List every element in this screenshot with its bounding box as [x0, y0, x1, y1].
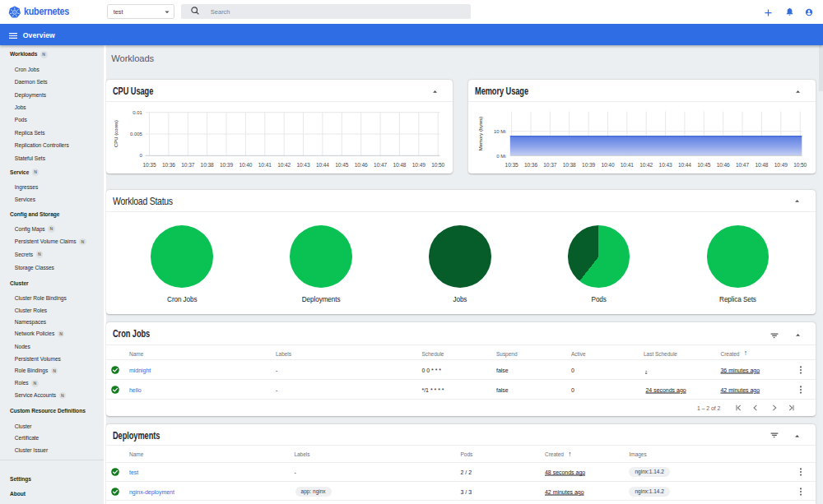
svg-text:10:41: 10:41	[621, 161, 634, 167]
svg-text:10:50: 10:50	[431, 161, 444, 167]
svg-text:10:49: 10:49	[774, 161, 788, 167]
svg-text:0.005: 0.005	[130, 132, 143, 136]
svg-text:10:38: 10:38	[563, 161, 576, 167]
svg-text:0.01: 0.01	[133, 109, 142, 114]
svg-text:0: 0	[139, 153, 142, 158]
svg-text:10:50: 10:50	[793, 161, 807, 167]
svg-text:10:45: 10:45	[697, 161, 710, 167]
svg-text:10 Mi: 10 Mi	[494, 128, 506, 133]
svg-text:10:48: 10:48	[755, 161, 768, 167]
svg-text:10:42: 10:42	[277, 161, 291, 167]
svg-text:10:35: 10:35	[142, 161, 156, 167]
svg-text:10:42: 10:42	[639, 161, 653, 167]
svg-text:10:43: 10:43	[659, 161, 672, 167]
svg-text:10:46: 10:46	[354, 161, 367, 167]
svg-text:CPU (cores): CPU (cores)	[114, 119, 119, 146]
svg-text:10:48: 10:48	[393, 161, 406, 167]
svg-text:10:39: 10:39	[582, 161, 595, 167]
svg-text:10:46: 10:46	[717, 161, 730, 167]
svg-text:10:47: 10:47	[736, 161, 749, 167]
svg-text:10:35: 10:35	[505, 161, 518, 167]
svg-text:10:47: 10:47	[374, 161, 387, 167]
svg-text:10:40: 10:40	[601, 161, 614, 167]
svg-text:10:41: 10:41	[258, 161, 272, 167]
svg-text:Memory (bytes): Memory (bytes)	[478, 116, 483, 150]
svg-text:10:37: 10:37	[543, 161, 556, 167]
svg-text:10:43: 10:43	[296, 161, 309, 167]
svg-text:10:36: 10:36	[162, 161, 175, 167]
svg-text:10:36: 10:36	[524, 161, 537, 167]
svg-text:10:44: 10:44	[316, 161, 329, 167]
svg-text:10:45: 10:45	[335, 161, 348, 167]
svg-text:10:37: 10:37	[181, 161, 194, 167]
svg-text:10:39: 10:39	[220, 161, 233, 167]
svg-text:10:49: 10:49	[412, 161, 425, 167]
svg-text:10:44: 10:44	[678, 161, 691, 167]
svg-text:10:40: 10:40	[239, 161, 252, 167]
svg-text:10:38: 10:38	[200, 161, 213, 167]
svg-text:0 Mi: 0 Mi	[496, 153, 505, 158]
